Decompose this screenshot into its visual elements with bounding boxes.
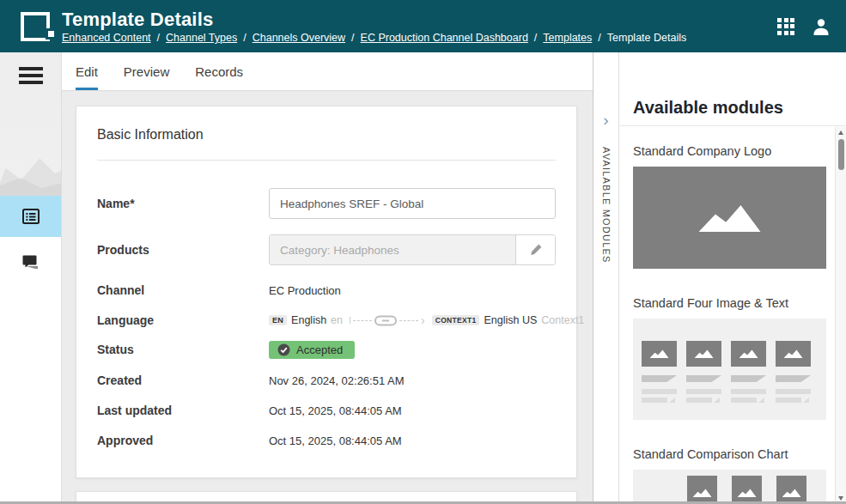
scrollbar-thumb[interactable]	[838, 139, 844, 170]
image-placeholder-icon	[782, 489, 801, 497]
modules-list: Standard Company Logo Standard Four Imag…	[620, 127, 835, 504]
scrollbar-up-arrow[interactable]	[838, 131, 843, 135]
target-language-name: English US	[484, 314, 537, 326]
user-profile-icon[interactable]	[812, 17, 831, 36]
language-label: Language	[97, 313, 269, 327]
tab-edit[interactable]: Edit	[76, 52, 98, 90]
image-placeholder-icon	[699, 203, 761, 232]
panel-vertical-label: AVAILABLE MODULES	[601, 147, 612, 264]
field-row-status: Status Accepted	[97, 340, 556, 359]
image-placeholder-icon	[695, 349, 714, 358]
apps-grid-icon[interactable]	[777, 18, 794, 35]
breadcrumb-templates[interactable]: Templates	[543, 32, 592, 44]
image-placeholder-icon	[739, 349, 758, 358]
scrollbar-down-arrow[interactable]	[838, 496, 843, 501]
field-row-last-updated: Last updated Oct 15, 2025, 08:44:05 AM	[97, 403, 556, 418]
name-input[interactable]	[269, 188, 556, 219]
module-standard-four-image-text[interactable]: Standard Four Image & Text	[633, 295, 826, 420]
module-thumbnail-company-logo[interactable]	[633, 167, 826, 269]
arrow-right-icon: ›	[421, 316, 425, 325]
products-control	[269, 234, 556, 265]
chevron-right-icon[interactable]: ›	[603, 112, 608, 128]
edit-products-button[interactable]	[515, 235, 555, 264]
page-title: Template Details	[62, 9, 777, 31]
created-label: Created	[97, 373, 269, 387]
breadcrumb-enhanced-content[interactable]: Enhanced Content	[62, 32, 151, 44]
left-sidebar	[0, 52, 62, 504]
menu-toggle-hamburger-icon[interactable]	[19, 67, 43, 88]
status-label: Status	[97, 343, 269, 356]
header-text: Template Details Enhanced Content/Channe…	[62, 9, 777, 44]
field-row-language: Language EN English en › CONTEXT1 Englis…	[97, 313, 556, 328]
check-circle-icon	[277, 343, 290, 356]
status-badge-text: Accepted	[296, 343, 343, 356]
pencil-icon	[529, 243, 543, 257]
module-thumbnail-comparison-chart[interactable]	[633, 470, 826, 504]
module-label: Standard Company Logo	[633, 143, 826, 160]
panel-title: Available modules	[633, 98, 783, 118]
tab-records[interactable]: Records	[195, 52, 243, 90]
approved-value: Oct 15, 2025, 08:44:05 AM	[269, 434, 402, 447]
field-row-products: Products	[97, 234, 556, 265]
breadcrumb-current-page: Template Details	[607, 32, 686, 44]
source-language-locale: en	[331, 314, 343, 326]
image-placeholder-icon	[738, 489, 757, 497]
last-updated-label: Last updated	[97, 404, 269, 417]
breadcrumb-ec-production-channel-dashboard[interactable]: EC Production Channel Dashboard	[361, 32, 528, 44]
section-divider	[97, 160, 556, 161]
chat-bubble-icon	[21, 252, 41, 272]
breadcrumb: Enhanced Content/Channel Types/Channels …	[62, 32, 777, 44]
header-actions	[777, 17, 831, 36]
field-row-approved: Approved Oct 15, 2025, 08:44:05 AM	[97, 433, 556, 448]
app-logo-icon	[21, 12, 50, 41]
module-standard-company-logo[interactable]: Standard Company Logo	[633, 143, 826, 269]
form-list-icon	[21, 206, 41, 227]
module-standard-comparison-chart[interactable]: Standard Comparison Chart	[633, 446, 826, 504]
image-placeholder-icon	[650, 349, 669, 358]
collapse-panel-strip[interactable]: › AVAILABLE MODULES	[593, 52, 619, 504]
section-title: Basic Information	[97, 125, 556, 144]
products-label: Products	[97, 243, 269, 257]
main-content: Basic Information Name* Products Channel…	[62, 91, 593, 504]
breadcrumb-channels-overview[interactable]: Channels Overview	[253, 32, 345, 44]
sidebar-item-template-editor[interactable]	[0, 196, 61, 237]
source-language-code-badge: EN	[269, 315, 287, 325]
image-placeholder-icon	[693, 489, 712, 497]
template-details-screen: Template Details Enhanced Content/Channe…	[0, 0, 846, 504]
tab-bar: Edit Preview Records	[62, 52, 593, 91]
available-modules-panel: › AVAILABLE MODULES Available modules St…	[593, 52, 846, 504]
approved-label: Approved	[97, 434, 269, 447]
products-input	[270, 235, 515, 264]
basic-information-card: Basic Information Name* Products Channel…	[76, 106, 577, 478]
language-mapping-connector: ›	[350, 315, 425, 326]
link-icon	[374, 315, 397, 326]
breadcrumb-channel-types[interactable]: Channel Types	[166, 32, 237, 44]
source-language-name: English	[291, 314, 326, 326]
created-value: Nov 26, 2024, 02:26:51 AM	[269, 374, 405, 387]
field-row-channel: Channel EC Production	[97, 282, 556, 298]
app-header: Template Details Enhanced Content/Channe…	[0, 0, 846, 52]
field-row-name: Name*	[97, 188, 556, 219]
name-label: Name*	[97, 197, 269, 210]
panel-scrollbar	[835, 127, 846, 504]
last-updated-value: Oct 15, 2025, 08:44:05 AM	[269, 404, 402, 417]
channel-label: Channel	[97, 283, 269, 297]
target-context-badge: CONTEXT1	[432, 315, 480, 325]
language-mapping: EN English en › CONTEXT1 English US Cont…	[269, 314, 584, 326]
field-row-created: Created Nov 26, 2024, 02:26:51 AM	[97, 373, 556, 388]
module-label: Standard Four Image & Text	[633, 295, 826, 312]
module-label: Standard Comparison Chart	[633, 446, 826, 463]
status-badge: Accepted	[269, 341, 355, 359]
module-thumbnail-four-image-text[interactable]	[633, 319, 826, 420]
panel-header: Available modules	[620, 52, 846, 126]
channel-value: EC Production	[269, 284, 341, 297]
target-language-locale: Context1	[541, 314, 584, 326]
logo-dot	[48, 31, 54, 37]
tab-preview[interactable]: Preview	[124, 52, 169, 90]
sidebar-item-comments[interactable]	[0, 241, 61, 282]
image-placeholder-icon	[784, 349, 803, 358]
